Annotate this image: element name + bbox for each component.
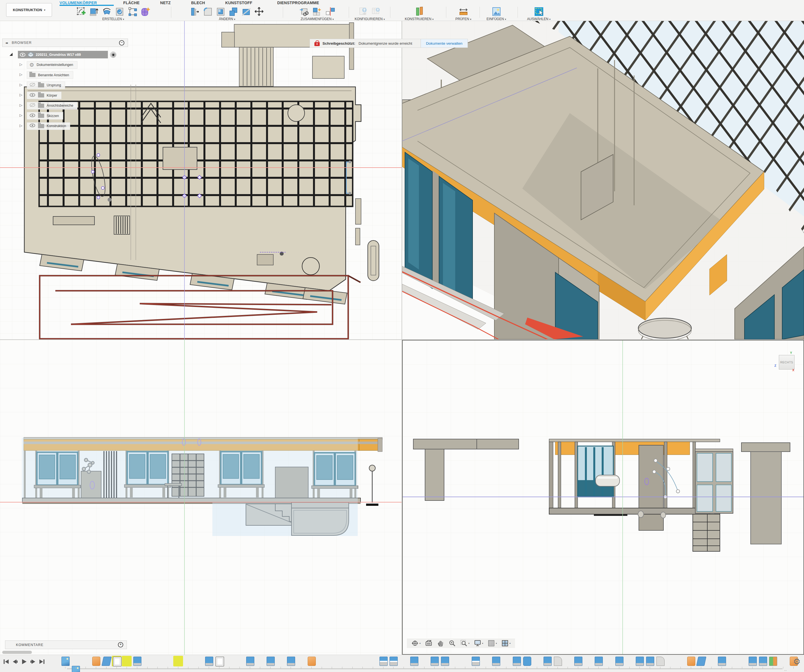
timeline-feature-eraser[interactable] (696, 657, 706, 666)
timeline-feature-image[interactable] (62, 657, 70, 666)
browser-item-benannte-ansichten[interactable]: ▷Benannte Ansichten (2, 71, 134, 79)
nav-viewports-button[interactable]: ▾ (500, 639, 512, 648)
nav-zoom-window-button[interactable]: ▾ (459, 639, 471, 648)
timeline-feature-union[interactable] (523, 657, 531, 666)
form-icon[interactable] (140, 7, 150, 17)
viewport-iso[interactable] (402, 21, 804, 339)
group-label[interactable]: PRÜFEN ▾ (449, 17, 478, 21)
timeline-feature-outline[interactable] (216, 657, 224, 666)
timeline-feature-fillet[interactable] (657, 657, 665, 666)
timeline-feature-solid[interactable] (266, 657, 275, 666)
timeline-feature-fillet[interactable] (554, 657, 562, 666)
joint-icon[interactable] (312, 7, 322, 17)
timeline-feature-solid[interactable] (133, 657, 141, 666)
viewcube-face[interactable]: RECHTS (779, 355, 794, 370)
timeline-feature-image[interactable] (72, 666, 80, 672)
timeline-feature-form[interactable] (308, 657, 316, 666)
tab-flaeche[interactable]: FLÄCHE (123, 0, 140, 5)
hole-icon[interactable] (114, 7, 125, 17)
fillet-icon[interactable] (203, 7, 213, 17)
tall-cabinet[interactable] (695, 449, 733, 513)
viewport-front-elevation[interactable] (0, 340, 402, 655)
browser-item-skizzen[interactable]: ▷Skizzen (2, 112, 134, 119)
timeline-scrollbar-thumb[interactable] (2, 651, 32, 654)
viewport-divider-vertical[interactable] (402, 21, 402, 655)
browser-item-körper[interactable]: ▷Körper (2, 91, 134, 99)
timeline-feature-solid[interactable] (748, 657, 757, 666)
align-icon[interactable] (325, 7, 335, 17)
extrude-icon[interactable] (89, 7, 99, 17)
base-slab[interactable] (549, 508, 720, 514)
group-label[interactable]: KONSTRUIEREN ▾ (399, 17, 439, 21)
nav-zoom-button[interactable] (447, 639, 458, 648)
expand-arrow-icon[interactable]: ▷ (20, 124, 22, 128)
timeline-feature-shell[interactable] (379, 657, 387, 666)
revolve-icon[interactable] (102, 7, 112, 17)
browser-item-ansichtsbereiche[interactable]: ▷Ansichtsbereiche (2, 102, 134, 109)
nav-orbit-button[interactable]: ▾ (410, 639, 422, 648)
timeline-feature-solid[interactable] (646, 657, 654, 666)
move-icon[interactable] (254, 7, 265, 17)
browser-root-row[interactable]: 220211_Grundriss W17 v89 (2, 51, 134, 59)
timeline-feature-solid[interactable] (574, 657, 582, 666)
timeline-feature-solid[interactable] (718, 657, 726, 666)
workspace-selector[interactable]: KONSTRUKTION ▾ (6, 3, 52, 17)
expand-arrow-icon[interactable]: ▷ (20, 93, 22, 97)
eye-visible-icon[interactable] (29, 93, 36, 98)
group-label[interactable]: AUSWÄHLEN ▾ (519, 17, 558, 21)
timeline-feature-solid[interactable] (205, 657, 213, 666)
active-document-radio[interactable] (110, 52, 116, 58)
presspull-icon[interactable] (190, 7, 200, 17)
viewport-divider-horizontal[interactable] (0, 339, 804, 340)
timeline-feature-eraser[interactable] (101, 657, 111, 666)
browser-item-ursprung[interactable]: ▷Ursprung (2, 82, 134, 89)
nav-display-settings-button[interactable]: ▾ (472, 639, 485, 648)
combine-icon[interactable] (228, 7, 239, 17)
timeline-settings-gear-icon[interactable]: ⚙ (793, 657, 801, 666)
comments-panel[interactable]: KOMMENTARE + (5, 641, 127, 649)
browser-header[interactable]: ◂◂ BROWSER − (2, 39, 128, 47)
timeline-feature-solid[interactable] (636, 657, 644, 666)
timeline-track[interactable] (67, 669, 783, 669)
timeline-feature-solid[interactable] (595, 657, 603, 666)
timeline-feature-solid[interactable] (492, 657, 500, 666)
nav-look-at-button[interactable] (423, 639, 434, 648)
group-label[interactable]: KONFIGURIEREN ▾ (351, 17, 389, 21)
newcomp-icon[interactable] (299, 7, 310, 17)
viewport-right-elevation[interactable] (402, 340, 804, 655)
split-icon[interactable] (241, 7, 252, 17)
timeline-feature-solid[interactable] (246, 657, 254, 666)
expand-arrow-icon[interactable]: ▷ (20, 62, 22, 67)
timeline-step-back-button[interactable] (12, 658, 18, 665)
eye-visible-icon[interactable] (29, 113, 36, 119)
viewcube[interactable]: Y RECHTS Z X (778, 353, 795, 370)
tab-volumenkoerper[interactable]: VOLUMENKÖRPER (59, 0, 97, 5)
timeline-feature-construct[interactable] (769, 657, 777, 666)
canvas-icon[interactable] (491, 7, 502, 17)
collapse-panel-icon[interactable]: ◂◂ (5, 41, 7, 45)
timeline-feature-solid[interactable] (513, 657, 521, 666)
group-label[interactable]: ÄNDERN ▾ (173, 17, 281, 21)
glass-unit[interactable] (578, 446, 613, 497)
eye-icon[interactable] (20, 52, 26, 57)
nav-grid-settings-button[interactable]: ▾ (486, 639, 498, 648)
expand-arrow-icon[interactable]: ▷ (20, 83, 22, 87)
stepped-drawers[interactable] (693, 514, 720, 551)
tab-netz[interactable]: NETZ (160, 0, 171, 5)
expand-arrow-icon[interactable]: ▷ (20, 103, 22, 107)
measure-icon[interactable] (458, 7, 469, 17)
plane-icon[interactable] (414, 7, 425, 17)
browser-item-dokumenteinstellungen[interactable]: ▷⚙Dokumenteinstellungen (2, 61, 134, 69)
browser-item-konstruktion[interactable]: ▷Konstruktion (2, 122, 134, 130)
manage-documents-button[interactable]: Dokumente verwalten (421, 39, 467, 47)
expand-arrow-icon[interactable]: ▷ (20, 113, 22, 117)
timeline-skip-end-button[interactable] (39, 658, 45, 665)
add-comment-icon[interactable]: + (118, 642, 123, 648)
group-label[interactable]: ERSTELLEN ▾ (57, 17, 169, 21)
eye-visible-icon[interactable] (29, 123, 36, 129)
timeline-feature-solid[interactable] (287, 657, 295, 666)
timeline-skip-start-button[interactable] (3, 658, 10, 665)
timeline-feature-outline[interactable] (113, 657, 122, 666)
sketch-create-icon[interactable] (76, 7, 87, 17)
tab-blech[interactable]: BLECH (191, 0, 205, 5)
